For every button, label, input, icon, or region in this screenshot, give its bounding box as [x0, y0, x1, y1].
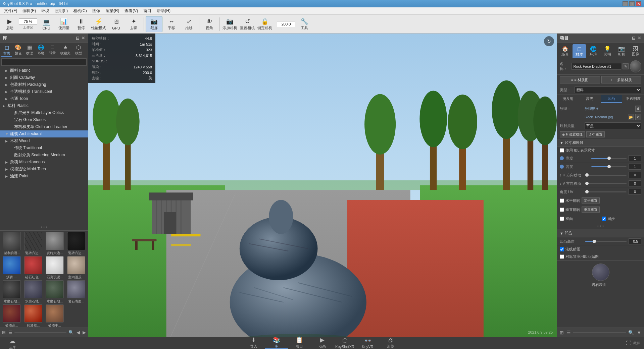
toolbar-start[interactable]: ▶ 启动 [1, 16, 18, 32]
cloud-library-btn[interactable]: ☁ 云库 [4, 337, 21, 349]
mat-thumb-12[interactable]: 砖漆高... [1, 304, 22, 328]
mat-thumb-2[interactable]: 瓷砖六边... [44, 232, 65, 255]
bump-depth-slider[interactable] [585, 239, 627, 244]
bottom-project-btn[interactable]: 📋 项目 [288, 337, 311, 349]
tree-item-toon[interactable]: ▶ 卡通 Toon [0, 95, 88, 102]
tab-texture[interactable]: ▦ 纹理 [24, 44, 35, 57]
width-value[interactable] [629, 155, 641, 161]
bump-depth-value[interactable] [629, 238, 641, 244]
bottom-keyshot-btn[interactable]: ⬡ KeyShotXR [334, 337, 356, 349]
mat-thumb-7[interactable]: 室内漫反... [66, 256, 87, 280]
position-texture-btn[interactable]: ⊕ ⊕ 位置纹理 [560, 131, 585, 137]
sub-tab-bump[interactable]: 凹凸 [601, 95, 623, 103]
mat-thumb-0[interactable]: 城市的混... [1, 232, 22, 255]
right-search-icon[interactable]: 🔍 [628, 329, 635, 336]
toolbar-tools[interactable]: 🔧 工具 [296, 16, 313, 32]
toolbar-gpu[interactable]: 🖥 GPU [108, 16, 125, 32]
tree-item-misc[interactable]: ▶ 杂项 Miscellaneous [0, 159, 88, 166]
tree-item-gemstone[interactable]: 宝石 Gem Stones [4, 116, 88, 123]
bump-slider-thumb[interactable] [593, 240, 596, 243]
height-slider[interactable] [591, 164, 627, 169]
tree-item-cloth[interactable]: 布料和皮革 Cloth and Leather [4, 123, 88, 130]
mat-thumb-3[interactable]: 瓷砖六边... [66, 232, 87, 255]
render-view[interactable]: 每秒帧数： 44.8 时间： 1m 51s 采样值： 323 三角形： 3,61… [88, 34, 557, 337]
tag-apply-checkbox[interactable] [560, 254, 564, 259]
maximize-button[interactable]: □ [629, 1, 635, 6]
sub-tab-specular[interactable]: 高光 [579, 95, 601, 103]
two-sided-checkbox[interactable] [560, 217, 564, 221]
tree-item-moldtech[interactable]: ▶ 模德追讼 Mold-Tech [0, 166, 88, 173]
mat-thumb-8[interactable]: 水磨石地... [1, 280, 22, 304]
v-slider[interactable] [585, 181, 627, 186]
tree-item-paint[interactable]: ▶ 油漆 Paint [0, 173, 88, 180]
normal-map-checkbox[interactable] [560, 247, 564, 251]
toolbar-screenshot[interactable]: 📷 截屏 [146, 16, 162, 32]
mat-thumb-10[interactable]: 水磨石地... [44, 280, 65, 304]
use-ibl-checkbox[interactable] [560, 148, 564, 153]
toolbar-cpu[interactable]: 💻 CPU [38, 16, 55, 32]
left-zoom-slider[interactable] [14, 332, 66, 333]
tree-item-fabric[interactable]: ▶ 面料 Fabric [0, 67, 88, 74]
toolbar-usage[interactable]: 📊 使用量 [55, 16, 72, 32]
h-flip-checkbox[interactable] [560, 198, 564, 203]
tab-model[interactable]: ⬡ 模型 [73, 44, 84, 57]
tab-bg[interactable]: □ 背景 [47, 44, 58, 57]
left-grid-icon[interactable]: ⊞ [1, 329, 6, 336]
right-tab-environment[interactable]: 🌐 环境 [587, 44, 600, 58]
width-slider[interactable] [591, 156, 627, 161]
right-tab-image[interactable]: 🖼 图像 [629, 44, 642, 58]
mat-thumb-11[interactable]: 岩石表面... [66, 280, 87, 304]
mat-thumb-4[interactable]: 沥青 ... [1, 256, 22, 280]
v-flip-checkbox[interactable] [560, 208, 564, 212]
reset-btn[interactable]: ↺ ↺ 重置 [586, 131, 605, 137]
menu-help[interactable]: 帮助(H) [154, 7, 173, 14]
material-layers-btn[interactable]: + + 多层材质 [601, 76, 642, 83]
texture-delete-btn[interactable]: 🗑 [635, 106, 641, 112]
material-graph-btn[interactable]: ≡ ≡ 材质图 [560, 76, 600, 83]
angle-value[interactable] [629, 189, 641, 195]
tab-env[interactable]: 🌐 环境 [36, 44, 46, 57]
mat-thumb-9[interactable]: 水磨石地... [23, 280, 44, 304]
tree-item-cutaway[interactable]: ▶ 剖面 Cutaway [0, 74, 88, 81]
mat-thumb-13[interactable]: 砖漆着... [23, 304, 44, 328]
size-section-header[interactable]: ▼ 尺寸和映射 [557, 139, 644, 147]
v-reset-btn[interactable]: 垂直重置 [582, 207, 600, 213]
mat-thumb-5[interactable]: 砾石红色... [23, 256, 44, 280]
menu-render[interactable]: 渲染(R) [103, 7, 122, 14]
menu-image[interactable]: 图像 [90, 7, 103, 14]
sub-tab-diffuse[interactable]: 漫反射 [557, 95, 579, 103]
sub-tab-opacity[interactable]: 不透明度 [622, 95, 644, 103]
minimize-button[interactable]: ─ [623, 1, 628, 6]
mat-thumb-1[interactable]: 瓷砖六边... [23, 232, 44, 255]
right-filter-icon[interactable]: ▼ [636, 329, 642, 336]
focal-input[interactable] [277, 21, 295, 27]
right-tab-scene[interactable]: 🏠 场景 [558, 44, 572, 58]
texture-browse-btn[interactable]: 📂 [628, 114, 634, 120]
close-button[interactable]: ✕ [636, 1, 641, 6]
toolbar-pause[interactable]: ⏸ 暂停 [73, 16, 90, 32]
toolbar-reset-camera[interactable]: ↺ 重置相机 [239, 16, 256, 32]
right-panel-tab-icon[interactable]: ⊟ [632, 36, 636, 41]
tree-item-scattering[interactable]: 散射介质 Scattering Medium [4, 152, 88, 159]
tree-item-plastic[interactable]: ▶ 塑料 Plastic [0, 102, 88, 109]
left-panel-expand-icon[interactable]: ⊟ [76, 36, 80, 41]
menu-lighting[interactable]: 照明(L) [52, 7, 70, 14]
tree-item-wood[interactable]: ▶ 木材 Wood [0, 137, 88, 144]
h-reset-btn[interactable]: 水平重置 [582, 197, 600, 203]
texture-refresh-btn[interactable]: ↺ [635, 114, 641, 120]
v-slider-thumb[interactable] [585, 182, 589, 185]
toolbar-perf[interactable]: ⚡ 性能模式 [90, 16, 107, 32]
toolbar-pan[interactable]: ⤢ 推移 [181, 16, 197, 32]
toolbar-view[interactable]: 👁 视角 [201, 16, 218, 32]
menu-environment[interactable]: 环境 [39, 7, 52, 14]
right-panel-close-icon[interactable]: ✕ [638, 36, 641, 41]
left-prev-icon[interactable]: ◀ [76, 329, 81, 336]
right-tab-material[interactable]: ◻ 材质 [573, 44, 586, 58]
menu-file[interactable]: 文件(F) [1, 7, 20, 14]
tab-color[interactable]: 🎨 颜色 [13, 44, 23, 57]
bump-section-header[interactable]: ▼ 凹凸 [557, 229, 644, 237]
mat-thumb-14[interactable]: 砖漆中... [44, 304, 65, 328]
menu-edit[interactable]: 编辑(E) [20, 7, 39, 14]
bottom-library-btn[interactable]: 📚 库 [265, 337, 288, 349]
left-list-icon[interactable]: ☰ [8, 329, 13, 336]
